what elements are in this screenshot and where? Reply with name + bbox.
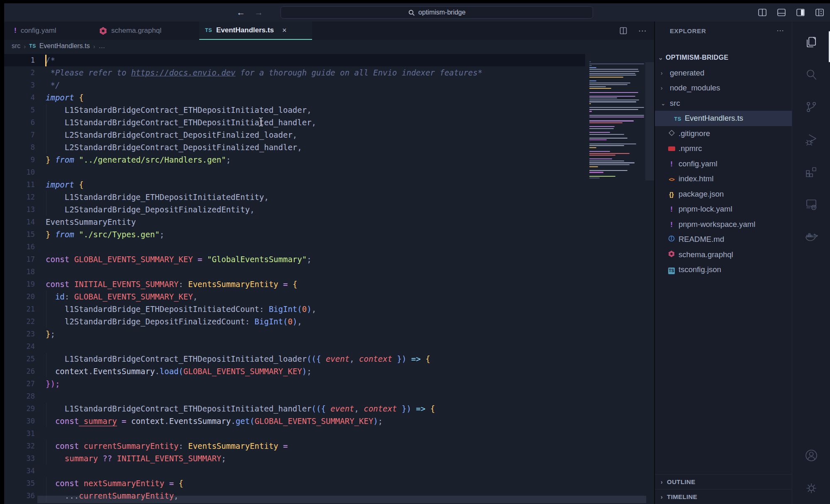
code-line[interactable]: 35 const nextSummaryEntity = { bbox=[4, 477, 585, 489]
code-line[interactable]: 30 const summary = context.EventsSummary… bbox=[4, 415, 585, 427]
tree-folder-generated[interactable]: ›generated bbox=[655, 66, 792, 81]
tab-config-yaml[interactable]: ! config.yaml bbox=[8, 22, 62, 40]
code-line[interactable]: 20 id: GLOBAL_EVENTS_SUMMARY_KEY, bbox=[4, 290, 585, 303]
code-editor[interactable]: 1/*2 *Please refer to https://docs.envio… bbox=[4, 54, 585, 504]
tree-file-index-html[interactable]: <>index.html bbox=[655, 171, 792, 187]
tree-file-readme-md[interactable]: README.md bbox=[655, 232, 792, 247]
code-line[interactable]: 8 L2StandardBridgeContract_DepositFinali… bbox=[4, 141, 585, 153]
code-line[interactable]: 25 L1StandardBridgeContract_ETHDepositIn… bbox=[4, 353, 585, 365]
vertical-scrollbar[interactable] bbox=[645, 62, 654, 180]
code-line[interactable]: 22 l2StandardBridge_DepositFinalizedCoun… bbox=[4, 315, 585, 328]
explorer-more-actions-icon[interactable]: ⋯ bbox=[776, 26, 784, 35]
tree-file--npmrc[interactable]: .npmrc bbox=[655, 141, 792, 156]
breadcrumb-symbol[interactable]: … bbox=[99, 42, 105, 50]
code-line[interactable]: 12 L1StandardBridge_ETHDepositInitiatedE… bbox=[4, 191, 585, 203]
tree-file-eventhandlers-ts[interactable]: TSEventHandlers.ts bbox=[655, 111, 792, 126]
source-control-icon[interactable] bbox=[804, 100, 818, 114]
search-icon[interactable] bbox=[804, 68, 818, 82]
close-icon[interactable]: × bbox=[282, 26, 287, 35]
line-number: 4 bbox=[4, 91, 35, 104]
code-line[interactable]: 3 */ bbox=[4, 79, 585, 91]
code-line[interactable]: 21 l1StandardBridge_ETHDepositInitiatedC… bbox=[4, 303, 585, 315]
breadcrumb-src[interactable]: src bbox=[12, 42, 20, 50]
code-line[interactable]: 24 bbox=[4, 340, 585, 353]
line-text: }; bbox=[35, 328, 55, 340]
docker-icon[interactable] bbox=[804, 229, 818, 243]
minimap[interactable] bbox=[589, 61, 646, 180]
code-line[interactable]: 26 context.EventsSummary.load(GLOBAL_EVE… bbox=[4, 365, 585, 377]
code-line[interactable]: 13 L2StandardBridge_DepositFinalizedEnti… bbox=[4, 203, 585, 216]
tab-eventhandlers-ts[interactable]: TS EventHandlers.ts × bbox=[199, 22, 312, 40]
code-line[interactable]: 16 bbox=[4, 241, 585, 253]
line-text bbox=[35, 265, 46, 278]
tree-file-pnpm-workspace-yaml[interactable]: !pnpm-workspace.yaml bbox=[655, 217, 792, 232]
explorer-icon[interactable] bbox=[804, 35, 818, 49]
split-editor-icon[interactable] bbox=[619, 27, 627, 35]
ts-config-icon: TS bbox=[668, 268, 675, 274]
tree-file-pnpm-lock-yaml[interactable]: !pnpm-lock.yaml bbox=[655, 202, 792, 217]
code-line[interactable]: 2 *Please refer to https://docs.envio.de… bbox=[4, 66, 585, 79]
code-line[interactable]: 7 L2StandardBridgeContract_DepositFinali… bbox=[4, 129, 585, 141]
code-line[interactable]: 27}); bbox=[4, 377, 585, 390]
warning-icon: ! bbox=[670, 205, 673, 213]
extensions-icon[interactable] bbox=[804, 165, 818, 179]
title-bar: ← → optimism-bridge bbox=[4, 3, 830, 22]
tree-file--gitignore[interactable]: .gitignore bbox=[655, 126, 792, 141]
account-icon[interactable] bbox=[804, 448, 818, 463]
toggle-panel-left-icon[interactable] bbox=[758, 8, 767, 17]
git-icon bbox=[669, 130, 675, 136]
settings-gear-icon[interactable] bbox=[804, 481, 818, 495]
code-line[interactable]: 6 L1StandardBridgeContract_ETHDepositIni… bbox=[4, 116, 585, 129]
code-line[interactable]: 5 L1StandardBridgeContract_ETHDepositIni… bbox=[4, 104, 585, 116]
code-line[interactable]: 19const INITIAL_EVENTS_SUMMARY: EventsSu… bbox=[4, 278, 585, 290]
line-text bbox=[35, 166, 46, 178]
code-line[interactable]: 32 const currentSummaryEntity: EventsSum… bbox=[4, 440, 585, 452]
breadcrumb-file[interactable]: EventHandlers.ts bbox=[39, 42, 90, 50]
line-text bbox=[35, 465, 46, 477]
code-line[interactable]: 15} from "./src/Types.gen"; bbox=[4, 228, 585, 241]
code-line[interactable]: 14EventsSummaryEntity bbox=[4, 216, 585, 228]
line-text bbox=[35, 390, 46, 402]
chevron-right-icon: › bbox=[93, 43, 95, 50]
explorer-root-folder[interactable]: ⌄OPTIMISM-BRIDGE bbox=[655, 50, 792, 66]
customize-layout-icon[interactable] bbox=[815, 8, 824, 17]
run-debug-icon[interactable] bbox=[804, 132, 818, 146]
line-text: *Please refer to https://docs.envio.dev … bbox=[35, 66, 482, 79]
line-number: 19 bbox=[4, 278, 35, 290]
line-text: EventsSummaryEntity bbox=[35, 216, 136, 228]
code-line[interactable]: 18 bbox=[4, 265, 585, 278]
horizontal-scrollbar[interactable] bbox=[37, 496, 646, 503]
code-line[interactable]: 1/* bbox=[4, 54, 585, 66]
code-line[interactable]: 17const GLOBAL_EVENTS_SUMMARY_KEY = "Glo… bbox=[4, 253, 585, 265]
code-line[interactable]: 29 L1StandardBridgeContract_ETHDepositIn… bbox=[4, 402, 585, 415]
code-line[interactable]: 31 bbox=[4, 427, 585, 440]
code-line[interactable]: 33 summary ?? INITIAL_EVENTS_SUMMARY; bbox=[4, 452, 585, 465]
command-center-search[interactable]: optimism-bridge bbox=[281, 6, 593, 19]
nav-back-icon[interactable]: ← bbox=[237, 7, 245, 17]
toggle-sidebar-right-icon[interactable] bbox=[796, 8, 805, 17]
line-number: 22 bbox=[4, 315, 35, 328]
tree-file-schema-graphql[interactable]: schema.graphql bbox=[655, 247, 792, 263]
code-line[interactable]: 10 bbox=[4, 166, 585, 178]
code-line[interactable]: 11import { bbox=[4, 178, 585, 191]
tree-file-package-json[interactable]: {}package.json bbox=[655, 187, 792, 202]
tree-file-tsconfig-json[interactable]: TStsconfig.json bbox=[655, 262, 792, 278]
remote-explorer-icon[interactable] bbox=[804, 197, 818, 211]
toggle-panel-bottom-icon[interactable] bbox=[777, 8, 786, 17]
code-line[interactable]: 28 bbox=[4, 390, 585, 402]
tree-folder-src[interactable]: ⌄src bbox=[655, 96, 792, 111]
code-line[interactable]: 23}; bbox=[4, 328, 585, 340]
nav-forward-icon[interactable]: → bbox=[254, 7, 263, 17]
section-timeline[interactable]: ›TIMELINE bbox=[655, 489, 792, 504]
chevron-right-icon: › bbox=[661, 85, 668, 91]
code-line[interactable]: 4import { bbox=[4, 91, 585, 104]
editor-more-actions-icon[interactable]: ⋯ bbox=[638, 26, 647, 36]
code-line[interactable]: 9} from "../generated/src/Handlers.gen"; bbox=[4, 153, 585, 166]
breadcrumb[interactable]: src › TS EventHandlers.ts › … bbox=[4, 40, 654, 52]
code-line[interactable]: 34 bbox=[4, 465, 585, 477]
tab-schema-graphql[interactable]: schema.graphql bbox=[93, 22, 167, 40]
section-outline[interactable]: ›OUTLINE bbox=[655, 474, 792, 489]
tree-folder-node-modules[interactable]: ›node_modules bbox=[655, 80, 792, 96]
line-text: l2StandardBridge_DepositFinalizedCount: … bbox=[35, 315, 302, 328]
tree-file-config-yaml[interactable]: !config.yaml bbox=[655, 156, 792, 172]
